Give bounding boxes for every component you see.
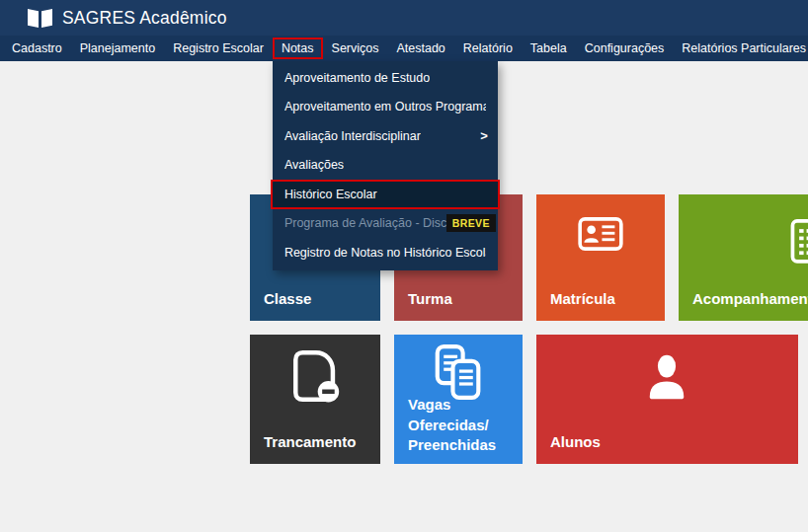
menu-item-aproveitamento-outros-programas[interactable]: Aproveitamento em Outros Programas: [273, 93, 498, 122]
open-book-icon: [27, 7, 53, 29]
tile-label: Vagas Oferecidas/ Preenchidas: [408, 395, 523, 455]
tile-label: Acompanhamento: [692, 289, 808, 309]
tile-label: Alunos: [550, 432, 601, 452]
tile-label: Turma: [408, 289, 452, 309]
menu-notas[interactable]: Notas Aproveitamento de Estudo Aproveita…: [273, 36, 323, 61]
app-title: SAGRES Acadêmico: [62, 8, 227, 29]
tile-trancamento[interactable]: Trancamento: [250, 335, 380, 464]
notas-dropdown-menu: Aproveitamento de Estudo Aproveitamento …: [273, 61, 498, 270]
tile-vagas-oferecidas-preenchidas[interactable]: Vagas Oferecidas/ Preenchidas: [394, 335, 523, 464]
submenu-chevron-icon: >: [480, 128, 488, 143]
schedule-grid-icon: [790, 218, 808, 267]
menu-atestado[interactable]: Atestado: [387, 36, 453, 61]
menu-tabela[interactable]: Tabela: [522, 36, 576, 61]
menu-item-avaliacoes[interactable]: Avaliações: [273, 151, 498, 181]
menu-servicos[interactable]: Serviços: [323, 36, 388, 61]
menu-item-avaliacao-interdisciplinar[interactable]: Avaliação Interdisciplinar >: [273, 121, 498, 151]
app-window: SAGRES Acadêmico Cadastro Planejamento R…: [0, 0, 808, 532]
notas-highlight-box: Notas: [273, 38, 323, 59]
breve-badge: BREVE: [446, 214, 496, 232]
tile-acompanhamento[interactable]: Acompanhamento: [679, 194, 808, 321]
menu-item-registro-notas-historico[interactable]: Registro de Notas no Histórico Escolar: [273, 238, 498, 267]
tile-label: Trancamento: [264, 432, 356, 452]
menu-relatorio[interactable]: Relatório: [454, 36, 522, 61]
id-card-icon: [578, 216, 623, 256]
menu-item-programa-avaliacao-disciplina[interactable]: Programa de Avaliação - Disciplina BREVE: [273, 209, 498, 239]
menu-registro-escolar[interactable]: Registro Escolar: [164, 36, 273, 61]
titlebar: SAGRES Acadêmico: [0, 0, 808, 36]
tile-label: Matrícula: [550, 289, 615, 309]
tile-alunos[interactable]: Alunos: [536, 335, 798, 464]
document-minus-icon: [289, 348, 341, 409]
menu-relatorios-particulares[interactable]: Relatórios Particulares: [673, 36, 808, 61]
tile-matricula[interactable]: Matrícula: [536, 194, 665, 321]
menubar: Cadastro Planejamento Registro Escolar N…: [0, 36, 808, 61]
person-icon: [647, 354, 687, 404]
menu-planejamento[interactable]: Planejamento: [71, 36, 164, 61]
menu-configuracoes[interactable]: Configurações: [576, 36, 674, 61]
menu-item-aproveitamento-de-estudo[interactable]: Aproveitamento de Estudo: [273, 63, 498, 93]
tile-label: Classe: [264, 289, 311, 309]
menu-cadastro[interactable]: Cadastro: [1, 36, 71, 61]
menu-item-historico-escolar[interactable]: Histórico Escolar: [271, 180, 500, 209]
